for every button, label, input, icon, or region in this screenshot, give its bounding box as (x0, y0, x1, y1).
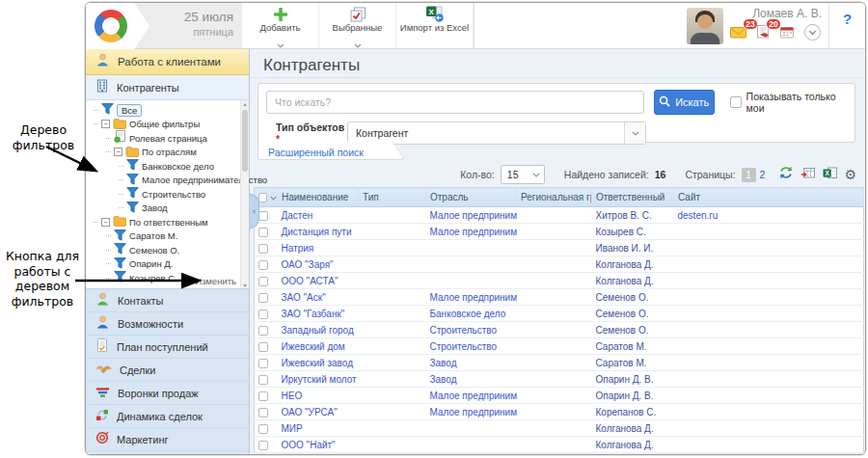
tree-expander-icon[interactable]: − (114, 148, 122, 156)
cell-name-text[interactable]: Дастен (282, 210, 313, 221)
row-checkbox[interactable] (258, 424, 268, 434)
mail-envelope-button[interactable]: 23 (730, 25, 747, 42)
refresh-button[interactable] (778, 166, 794, 183)
search-button[interactable]: Искать (654, 90, 715, 115)
cell-name-text[interactable]: ОАО "Заря" (282, 259, 334, 270)
row-select-cell[interactable] (255, 273, 278, 289)
column-header-Наименование[interactable]: Наименование (278, 188, 359, 207)
cell-industry-text[interactable]: Строительство (430, 325, 498, 336)
row-checkbox[interactable] (258, 391, 268, 401)
advanced-search-tab[interactable]: Расширенный поиск (258, 142, 389, 160)
cell-name-text[interactable]: ООО "АСТА" (282, 276, 339, 286)
add-button[interactable]: Добавить (242, 3, 319, 48)
select-all-checkbox[interactable] (258, 193, 267, 202)
sidebar-item-sales-funnel[interactable]: Воронки продаж (86, 382, 249, 405)
tree-node[interactable]: Ролевая страница (92, 131, 239, 146)
row-select-cell[interactable] (255, 404, 278, 420)
tree-scrollbar[interactable]: ▴▾ (240, 100, 249, 288)
row-select-cell[interactable] (255, 371, 278, 388)
cell-name-text[interactable]: ЗАО "Газбанк" (282, 309, 345, 319)
sidebar-item-contact-person[interactable]: Контакты (86, 289, 249, 312)
cell-name-text[interactable]: ООО "Найт" (282, 440, 336, 450)
row-select-cell[interactable] (255, 338, 278, 355)
only-mine-checkbox[interactable]: Показывать только мои (730, 91, 847, 114)
row-select-cell[interactable] (255, 224, 278, 240)
cell-name-text[interactable]: ЗАО "Аск" (282, 292, 326, 303)
row-select-cell[interactable] (255, 355, 278, 371)
row-checkbox[interactable] (258, 359, 268, 368)
row-checkbox[interactable] (258, 326, 268, 336)
user-avatar[interactable] (687, 8, 723, 44)
tree-node[interactable]: Банковское дело (92, 159, 239, 174)
advanced-search-link[interactable]: Расширенный поиск (258, 145, 364, 158)
row-checkbox[interactable] (258, 375, 268, 385)
cell-name-text[interactable]: Иркутский молот (282, 374, 357, 385)
column-header-Сайт[interactable]: Сайт (674, 188, 864, 207)
row-checkbox[interactable] (258, 277, 268, 286)
export-excel-button[interactable]: X (823, 166, 837, 183)
row-select-cell[interactable] (255, 289, 278, 306)
row-checkbox[interactable] (258, 244, 268, 254)
tasks-button[interactable]: 20 (756, 25, 771, 42)
selected-menu-button[interactable]: Выбранные (319, 3, 396, 48)
settings-gear-button[interactable]: ⚙ (844, 166, 856, 183)
row-checkbox[interactable] (258, 408, 268, 418)
sidebar-item-handshake[interactable]: Сделки (86, 359, 249, 382)
sidebar-item-plan-doc[interactable]: План поступлений (86, 336, 249, 359)
export-table-button[interactable] (800, 166, 816, 183)
sidebar-item-counterparties[interactable]: Контрагенты (86, 75, 249, 100)
cell-name-text[interactable]: Ижевский завод (282, 358, 354, 368)
cell-name-text[interactable]: ОАО "УРСА" (282, 407, 338, 418)
sidebar-item-opportunity-person[interactable]: Возможности (86, 312, 249, 336)
row-checkbox[interactable] (258, 293, 268, 303)
row-select-cell[interactable] (255, 256, 278, 273)
tree-edit-link[interactable]: Изменить (195, 276, 236, 286)
tree-expander-icon[interactable]: − (101, 120, 110, 128)
row-select-cell[interactable] (255, 420, 278, 437)
calendar-button[interactable] (779, 25, 795, 42)
cell-name-text[interactable]: Дистанция пути (282, 227, 352, 237)
tree-node[interactable]: Малое предпринимательство (92, 174, 239, 188)
column-header-Отрасль[interactable]: Отрасль (426, 188, 517, 207)
select-menu-chevron-icon[interactable] (270, 192, 277, 202)
row-select-cell[interactable] (255, 437, 278, 453)
cell-name-text[interactable]: НЕО (282, 391, 303, 401)
row-select-cell[interactable] (255, 322, 278, 338)
tree-node[interactable]: Строительство (92, 187, 239, 202)
cell-industry-text[interactable]: Малое предпринимательство (430, 292, 517, 303)
column-header-Ответственный[interactable]: Ответственный (592, 188, 674, 207)
cell-industry-text[interactable]: Малое предпринимательство (430, 407, 517, 418)
row-checkbox[interactable] (258, 310, 268, 319)
row-checkbox[interactable] (258, 441, 268, 450)
column-header-Тип[interactable]: Тип (359, 188, 426, 207)
page-1[interactable]: 1 (742, 168, 756, 182)
tree-expander-icon[interactable]: − (101, 218, 110, 227)
cell-industry-text[interactable]: Завод (430, 374, 457, 385)
tree-scrollbar-thumb[interactable] (242, 110, 248, 172)
import-excel-button[interactable]: XИмпорт из Excel (396, 3, 474, 48)
page-2[interactable]: 2 (760, 169, 766, 180)
search-input[interactable] (266, 91, 644, 114)
count-select[interactable]: 15 (501, 165, 545, 184)
cell-name-text[interactable]: Западный город (282, 325, 354, 336)
cell-name-text[interactable]: МИР (282, 423, 303, 434)
cell-industry-text[interactable]: Завод (430, 358, 457, 368)
row-select-cell[interactable] (255, 388, 278, 404)
cell-industry-text[interactable]: Малое предпринимательство (430, 227, 517, 237)
sidebar-section-clients[interactable]: Работа с клиентами (86, 49, 249, 75)
user-block[interactable]: Ломаев А. В. 23 20 (687, 3, 828, 48)
column-header-Региональная группа[interactable]: Региональная группа (517, 188, 592, 207)
sidebar-item-dynamics[interactable]: Динамика сделок (86, 405, 249, 428)
row-checkbox[interactable] (258, 260, 268, 270)
row-checkbox[interactable] (258, 342, 268, 352)
row-checkbox[interactable] (258, 228, 268, 237)
row-select-cell[interactable] (255, 306, 278, 322)
checkbox-icon[interactable] (730, 96, 742, 108)
cell-industry-text[interactable]: Малое предпринимательство (430, 210, 517, 221)
user-menu-button[interactable] (803, 23, 822, 45)
cell-name-text[interactable]: Натрия (282, 243, 314, 254)
cell-name-text[interactable]: Ижевский дом (282, 341, 345, 352)
cell-site-text[interactable]: desten.ru (678, 210, 719, 221)
cell-industry-text[interactable]: Малое предпринимательство (430, 391, 517, 401)
cell-industry-text[interactable]: Банковское дело (430, 309, 506, 319)
